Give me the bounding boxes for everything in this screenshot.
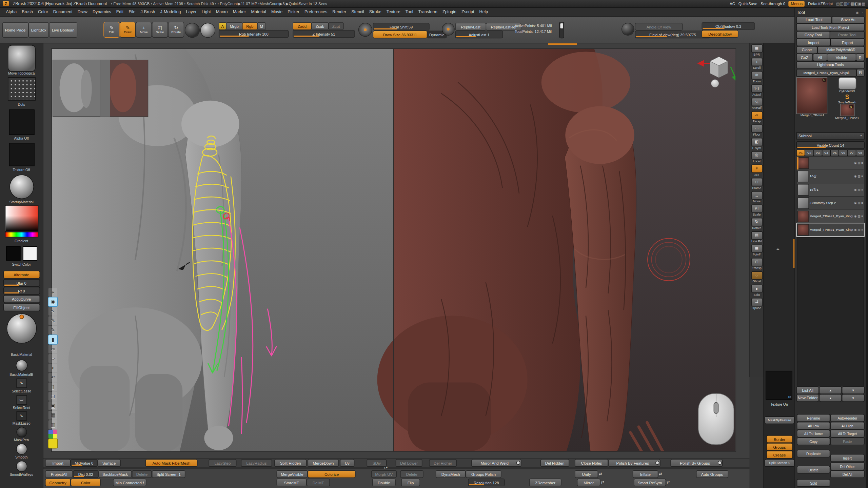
color-button[interactable]: Color	[71, 479, 100, 486]
midvalue-slider[interactable]: MidValue 0	[71, 460, 97, 466]
storemt-button[interactable]: StoreMT	[277, 479, 306, 486]
menu-item[interactable]: Stroke	[367, 9, 384, 15]
subtool-tab[interactable]: V6	[839, 150, 847, 155]
titlebar-layout-icon[interactable]: ◫	[840, 2, 844, 5]
draw-size-slider[interactable]: Draw Size 36.93311	[373, 31, 427, 38]
del-lower-button[interactable]: Del Lower	[396, 460, 421, 466]
annotation-tool-icon[interactable]: ↖	[48, 307, 57, 316]
del-other-button[interactable]: Del Other	[831, 463, 864, 470]
copy-button[interactable]: Copy	[797, 438, 830, 445]
annotation-tool-icon[interactable]: ▯	[48, 382, 57, 391]
scale-button[interactable]: ◰Scale	[153, 22, 167, 37]
paste-tool-button[interactable]: Paste Tool	[830, 32, 864, 38]
subtool-row-icons[interactable]: ◉ ▥ ≡	[854, 175, 863, 178]
split-button[interactable]: Split	[797, 480, 830, 486]
crease-button[interactable]: Crease	[767, 451, 792, 458]
texture-thumbnail[interactable]	[9, 143, 34, 166]
mask-by-feature-button[interactable]: MaskByFeature	[765, 417, 794, 424]
zsub-button[interactable]: Zsub	[312, 23, 328, 29]
mrgb-button[interactable]: Mrgb	[226, 23, 242, 29]
rgb-button[interactable]: Rgb	[242, 23, 257, 29]
subtool-row-icons[interactable]: ◉ ▥ ≡	[854, 161, 863, 165]
subtool-row-icons[interactable]: ◉ ▥ ≡	[854, 228, 863, 231]
backfacemask-button[interactable]: BackfaceMask	[99, 471, 131, 477]
zcut-button[interactable]: Zcut	[329, 23, 343, 29]
groups-button[interactable]: Groups	[767, 444, 792, 450]
active-tool-thumbnail[interactable]: 5	[797, 78, 827, 113]
list-all-button[interactable]: List All	[797, 387, 819, 394]
uv-button[interactable]: Uv	[340, 460, 354, 466]
goz-button[interactable]: GoZ	[797, 54, 812, 61]
right-shelf-button[interactable]: ◌ Ghost	[750, 271, 763, 283]
subtool-row-icons[interactable]: ◉ ▥ ≡	[854, 188, 863, 191]
adjust-last-slider[interactable]: AdjustLast 1	[456, 31, 502, 38]
subtool-tab[interactable]: V3	[814, 150, 822, 155]
border-button[interactable]: Border	[767, 436, 792, 443]
menu-item[interactable]: J-Brush	[138, 9, 158, 15]
menu-item[interactable]: Texture	[384, 9, 403, 15]
select-lasso-thumbnail[interactable]: ∿	[17, 379, 26, 388]
menu-item[interactable]: Brush	[19, 9, 36, 15]
smooth-thumbnail[interactable]	[16, 444, 26, 454]
rf-slider[interactable]: Rf 0	[4, 287, 39, 294]
menu-item[interactable]: Zplugin	[440, 9, 459, 15]
menu-item[interactable]: Edit	[114, 9, 126, 15]
tray-resize-handle[interactable]: ◂▸	[776, 247, 780, 250]
groups-polish-button[interactable]: Groups Polish	[466, 471, 501, 477]
alpha-thumbnail[interactable]	[9, 110, 34, 135]
subtool-tab[interactable]: V1	[797, 150, 805, 155]
load-tools-from-project-button[interactable]: Load Tools From Project	[797, 24, 864, 31]
goz-visible-button[interactable]: Visible	[827, 54, 855, 61]
titlebar-layout-icon[interactable]: ▤	[836, 2, 840, 5]
titlebar-layout-icon[interactable]: ▥	[844, 2, 847, 5]
basic-material-thumbnail[interactable]	[7, 314, 36, 343]
annotation-tool-icon[interactable]: ▣	[48, 401, 57, 410]
hue-bar[interactable]	[5, 232, 38, 237]
menu-item[interactable]: File	[126, 9, 138, 15]
right-shelf-button[interactable]: 1:1 Actual	[750, 85, 763, 96]
annotation-tool-icon[interactable]: ◉	[48, 297, 57, 306]
subtool-row[interactable]: 15강1 ◉ ▥ ≡	[797, 183, 864, 196]
visible-count-slider[interactable]: Visible Count 14	[797, 142, 864, 148]
min-connected-button[interactable]: Min Connected f	[114, 479, 146, 486]
delete-button[interactable]: Delete	[797, 466, 830, 473]
annotation-tool-icon[interactable]: ▱	[48, 354, 57, 363]
mask-pen-thumbnail[interactable]	[17, 427, 26, 437]
projectall-button[interactable]: ProjectAll	[46, 471, 73, 477]
right-shelf-button[interactable]: ½ AAHalf	[750, 98, 763, 109]
merged-tpose-thumbnail[interactable]: 5	[841, 104, 854, 116]
unify-sym-icon[interactable]: ⇄	[599, 472, 602, 476]
move-button[interactable]: +Move	[136, 22, 151, 37]
new-folder-button[interactable]: New Folder	[797, 394, 819, 401]
clone-button[interactable]: Clone	[797, 46, 817, 53]
lazyradius-button[interactable]: LazyRadius	[241, 460, 272, 466]
annotation-tool-icon[interactable]: ◻	[48, 392, 57, 401]
annotation-tool-icon[interactable]	[48, 439, 57, 448]
z-intensity-slider[interactable]: Z Intensity 51	[293, 30, 355, 37]
rgb-intensity-slider[interactable]: Rgb Intensity 100	[219, 30, 288, 37]
zremesher-button[interactable]: ZRemesher	[530, 479, 561, 486]
menu-item[interactable]: Dynamics	[90, 9, 114, 15]
inflate-sym-icon[interactable]: ⇄	[659, 472, 662, 476]
menu-item[interactable]: Layer	[183, 9, 199, 15]
palette-header-icons[interactable]: ◉ ▫	[856, 10, 864, 14]
subtool-row-icons[interactable]: ◉ ▥ ≡	[854, 215, 863, 218]
right-shelf-button[interactable]: ⊕ Zoom	[750, 72, 763, 83]
current-brush-thumbnail[interactable]	[8, 45, 35, 71]
right-shelf-button[interactable]: ▱ Persp	[750, 111, 763, 123]
sdiv-button[interactable]: SDiv	[367, 460, 386, 466]
menu-item[interactable]: Help	[477, 9, 491, 15]
material-preview-icon[interactable]	[201, 23, 215, 37]
del-hidden-button[interactable]: Del Hidden	[541, 460, 569, 466]
export-button[interactable]: Export	[831, 39, 864, 46]
reference-thumbnails[interactable]	[53, 60, 148, 117]
del-all-button[interactable]: Del All	[831, 471, 864, 477]
basic-material-b-thumbnail[interactable]	[16, 360, 27, 371]
menu-item[interactable]: Transform	[416, 9, 440, 15]
dynamesh-button[interactable]: DynaMesh	[436, 471, 465, 477]
all-low-button[interactable]: All Low	[797, 422, 830, 429]
all-to-home-button[interactable]: All To Home	[797, 430, 830, 437]
main-color-swatch[interactable]	[7, 247, 20, 260]
annotation-tool-icon[interactable]: ▥	[48, 420, 57, 429]
smart-resym-sym-icon[interactable]: ⇄	[667, 480, 670, 485]
